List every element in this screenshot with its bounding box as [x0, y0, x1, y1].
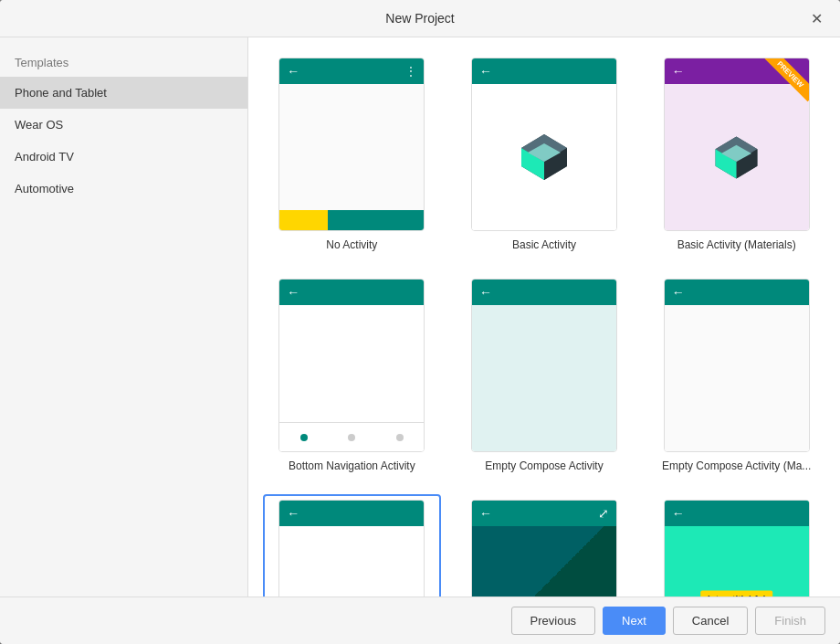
expand-icon: ⤢: [598, 506, 609, 521]
template-fullscreen[interactable]: ← ⤢ Fullscreen Activity: [456, 494, 634, 596]
template-preview-admob: ← Interstitial Ad: [664, 500, 810, 596]
title-bar: New Project ✕: [0, 0, 840, 37]
sidebar-header: Templates: [0, 45, 247, 77]
template-preview-bottom-nav: ←: [278, 279, 425, 452]
sidebar-item-android-tv[interactable]: Android TV: [0, 141, 247, 173]
template-label-empty-compose: Empty Compose Activity: [479, 458, 608, 474]
back-arrow-icon: ←: [479, 506, 492, 521]
template-label-bottom-nav: Bottom Navigation Activity: [283, 458, 421, 474]
template-basic-activity-materials[interactable]: PREVIEW ←: [647, 52, 825, 259]
template-preview-basic-materials: PREVIEW ←: [664, 58, 810, 231]
interstitial-badge: Interstitial Ad: [700, 591, 773, 597]
cube-icon-materials: [711, 132, 761, 183]
template-preview-basic-activity: ←: [471, 58, 617, 231]
nav-dot-3: [396, 434, 404, 441]
template-label-empty-compose-mat: Empty Compose Activity (Ma...: [656, 458, 816, 474]
back-arrow-icon: ←: [287, 64, 299, 79]
template-label-basic-materials: Basic Activity (Materials): [672, 237, 802, 253]
back-arrow-icon: ←: [672, 506, 685, 521]
template-preview-empty-activity: ←: [278, 500, 425, 596]
templates-grid-container: ← ⋮ No Activity: [248, 37, 840, 596]
back-arrow-icon: ←: [672, 64, 685, 79]
template-basic-activity[interactable]: ←: [456, 52, 634, 259]
back-arrow-icon: ←: [479, 285, 492, 300]
previous-button[interactable]: Previous: [511, 607, 596, 635]
template-preview-no-activity: ← ⋮: [278, 58, 425, 231]
template-admob[interactable]: ← Interstitial Ad: [647, 494, 825, 596]
template-preview-empty-compose: ←: [471, 279, 617, 452]
sidebar-item-wear-os[interactable]: Wear OS: [0, 109, 247, 141]
template-preview-empty-compose-mat: ←: [664, 279, 810, 452]
close-button[interactable]: ✕: [807, 9, 825, 27]
new-project-dialog: New Project ✕ Templates Phone and Tablet…: [0, 0, 840, 644]
sidebar-item-automotive[interactable]: Automotive: [0, 173, 247, 205]
template-empty-activity[interactable]: ← Empty Activity: [263, 494, 441, 596]
cube-icon: [517, 130, 572, 185]
template-label-no-activity: No Activity: [320, 237, 383, 253]
phone-mock-no-activity: ← ⋮: [279, 58, 424, 230]
template-label-basic-activity: Basic Activity: [507, 237, 582, 253]
preview-text: PREVIEW: [763, 58, 809, 101]
template-empty-compose[interactable]: ← Empty Compose Activity: [456, 273, 634, 480]
template-bottom-navigation[interactable]: ← Bottom Navigation Activity: [263, 273, 441, 480]
next-button[interactable]: Next: [603, 607, 666, 635]
template-no-activity[interactable]: ← ⋮ No Activity: [263, 52, 441, 259]
dialog-title: New Project: [33, 11, 807, 26]
preview-badge: PREVIEW: [758, 58, 809, 110]
templates-grid: ← ⋮ No Activity: [263, 52, 825, 596]
content-area: Templates Phone and Tablet Wear OS Andro…: [0, 37, 840, 596]
sidebar-item-phone-tablet[interactable]: Phone and Tablet: [0, 77, 247, 109]
sidebar: Templates Phone and Tablet Wear OS Andro…: [0, 37, 248, 596]
menu-dots-icon: ⋮: [405, 65, 416, 78]
bottom-nav-bar: [279, 422, 424, 451]
back-arrow-icon: ←: [287, 506, 299, 521]
footer: Previous Next Cancel Finish: [0, 596, 840, 644]
nav-dot-2: [348, 434, 355, 441]
nav-dot-1: [300, 434, 308, 441]
template-empty-compose-materials[interactable]: ← Empty Compose Activity (Ma...: [647, 273, 825, 480]
back-arrow-icon: ←: [287, 285, 299, 300]
finish-button[interactable]: Finish: [755, 607, 825, 635]
back-arrow-icon: ←: [479, 64, 492, 79]
template-preview-fullscreen: ← ⤢: [471, 500, 617, 596]
cancel-button[interactable]: Cancel: [673, 607, 748, 635]
back-arrow-icon: ←: [672, 285, 685, 300]
